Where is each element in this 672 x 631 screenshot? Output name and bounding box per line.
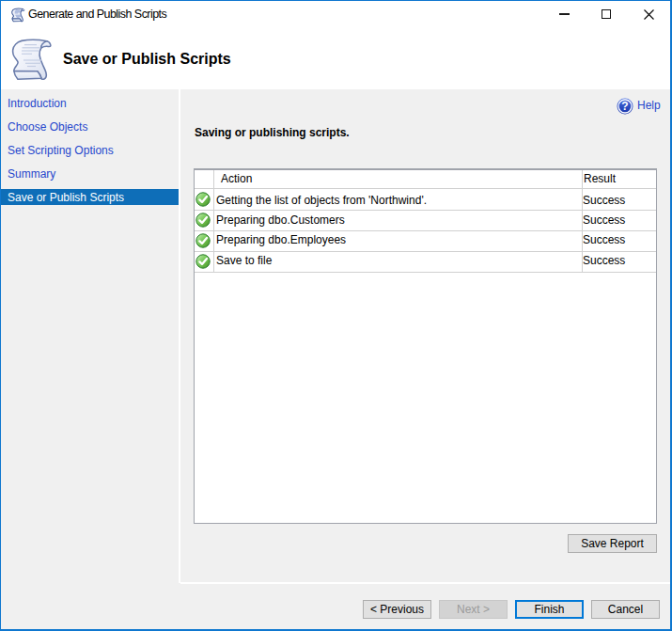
svg-text:?: ? xyxy=(621,100,628,113)
